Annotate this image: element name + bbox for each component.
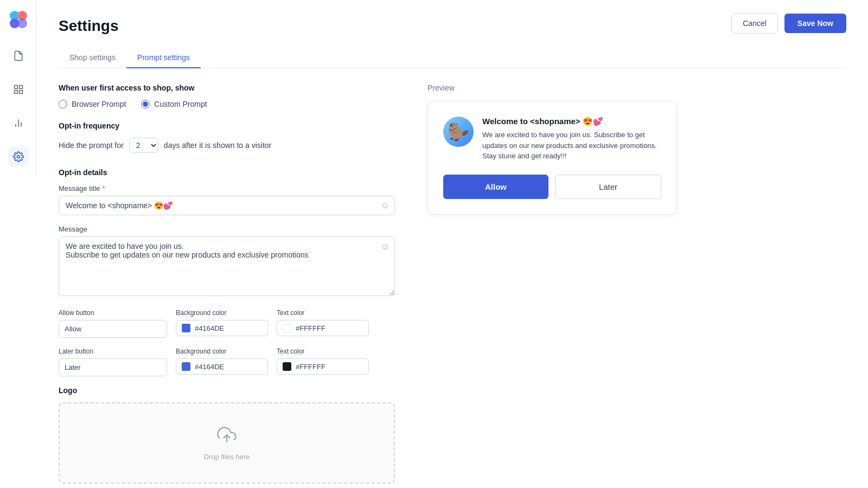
sidebar-item-settings[interactable] — [8, 146, 29, 167]
tab-shop-settings[interactable]: Shop settings — [59, 48, 126, 68]
tab-prompt-settings[interactable]: Prompt settings — [126, 48, 201, 68]
message-title-field-label: Message title * — [59, 184, 395, 192]
allow-bg-color-input[interactable]: #4164DE — [176, 320, 268, 336]
svg-rect-4 — [14, 86, 17, 89]
show-section-label: When user first access to shop, show — [59, 84, 395, 92]
allow-button-label: Allow button — [59, 309, 167, 317]
allow-button-settings: Allow button Background color #4164DE Te… — [59, 309, 395, 338]
message-title-emoji-button[interactable]: ☺ — [381, 201, 390, 210]
svg-point-11 — [17, 156, 20, 158]
browser-prompt-label: Browser Prompt — [72, 100, 126, 108]
frequency-label-before: Hide the prompt for — [59, 141, 124, 150]
custom-prompt-label: Custom Prompt — [154, 100, 207, 108]
preview-avatar: 🦫 — [443, 117, 474, 147]
message-wrapper: We are excited to have you join us. Subs… — [59, 236, 395, 298]
later-text-color-input[interactable]: #FFFFFF — [277, 358, 369, 375]
frequency-select[interactable]: 2 1 3 5 7 14 30 — [129, 138, 158, 153]
sidebar — [0, 0, 37, 488]
later-bg-color-value: #4164DE — [195, 363, 224, 371]
allow-bg-color-label: Background color — [176, 309, 268, 317]
app-logo — [8, 9, 29, 30]
later-bg-color-input[interactable]: #4164DE — [176, 358, 268, 375]
required-indicator: * — [103, 184, 105, 192]
sidebar-item-charts[interactable] — [8, 113, 29, 133]
logo-upload-area[interactable]: Drop files here — [59, 402, 395, 484]
preview-text-block: Welcome to <shopname> 😍💕 We are excited … — [482, 117, 661, 162]
settings-panel: When user first access to shop, show Bro… — [59, 84, 395, 484]
preview-later-button[interactable]: Later — [555, 175, 661, 199]
later-text-color-swatch — [283, 362, 291, 371]
allow-text-color-label: Text color — [277, 309, 369, 317]
svg-point-3 — [17, 18, 27, 28]
upload-icon — [71, 425, 383, 448]
opt-in-frequency-label: Opt-in frequency — [59, 121, 395, 130]
sidebar-item-grid[interactable] — [8, 79, 29, 100]
message-field-label: Message — [59, 225, 395, 233]
custom-prompt-option[interactable]: Custom Prompt — [141, 100, 207, 108]
header-actions: Cancel Save Now — [731, 13, 846, 34]
preview-message: We are excited to have you join us. Subs… — [482, 130, 661, 162]
svg-rect-7 — [19, 91, 22, 94]
browser-prompt-radio[interactable] — [59, 100, 67, 108]
save-button[interactable]: Save Now — [784, 14, 846, 33]
later-bg-color-swatch — [182, 362, 190, 371]
preview-buttons: Allow Later — [443, 175, 661, 199]
message-title-wrapper: ☺ — [59, 196, 395, 215]
frequency-row: Hide the prompt for 2 1 3 5 7 14 30 days… — [59, 138, 395, 153]
custom-prompt-radio[interactable] — [141, 100, 150, 108]
sidebar-item-documents[interactable] — [8, 46, 29, 66]
main-content: Cancel Save Now Settings Shop settings P… — [37, 0, 868, 488]
later-text-color-value: #FFFFFF — [296, 363, 326, 371]
opt-in-details-label: Opt-in details — [59, 168, 395, 177]
preview-title: Welcome to <shopname> 😍💕 — [482, 117, 661, 126]
prompt-type-radio-group: Browser Prompt Custom Prompt — [59, 100, 395, 108]
frequency-label-after: days after it is shown to a visitor — [164, 141, 271, 150]
logo-section-label: Logo — [59, 386, 395, 395]
svg-rect-5 — [19, 86, 22, 89]
preview-allow-button[interactable]: Allow — [443, 175, 548, 199]
message-textarea[interactable]: We are excited to have you join us. Subs… — [59, 236, 395, 296]
later-text-color-label: Text color — [277, 348, 369, 355]
preview-panel: Preview 🦫 Welcome to <shopname> 😍💕 We ar… — [427, 84, 846, 484]
allow-bg-color-swatch — [182, 324, 190, 332]
browser-prompt-option[interactable]: Browser Prompt — [59, 100, 126, 108]
tabs: Shop settings Prompt settings — [59, 48, 846, 68]
allow-bg-color-value: #4164DE — [195, 324, 224, 332]
svg-rect-6 — [14, 91, 17, 94]
cancel-button[interactable]: Cancel — [731, 13, 778, 34]
preview-label: Preview — [427, 84, 846, 92]
allow-text-color-input[interactable]: #FFFFFF — [277, 320, 369, 336]
allow-button-text-input[interactable] — [59, 320, 167, 338]
later-bg-color-label: Background color — [176, 348, 268, 355]
message-emoji-button[interactable]: ☺ — [381, 242, 390, 252]
allow-text-color-swatch — [283, 324, 291, 332]
allow-text-color-value: #FFFFFF — [296, 324, 326, 332]
preview-header: 🦫 Welcome to <shopname> 😍💕 We are excite… — [443, 117, 661, 162]
later-button-settings: Later button Background color #4164DE Te… — [59, 348, 395, 376]
preview-card: 🦫 Welcome to <shopname> 😍💕 We are excite… — [427, 101, 677, 215]
upload-drop-text: Drop files here — [71, 453, 383, 461]
page-title: Settings — [59, 17, 846, 35]
later-button-text-input[interactable] — [59, 358, 167, 376]
later-button-label: Later button — [59, 348, 167, 355]
message-title-input[interactable] — [59, 196, 395, 215]
